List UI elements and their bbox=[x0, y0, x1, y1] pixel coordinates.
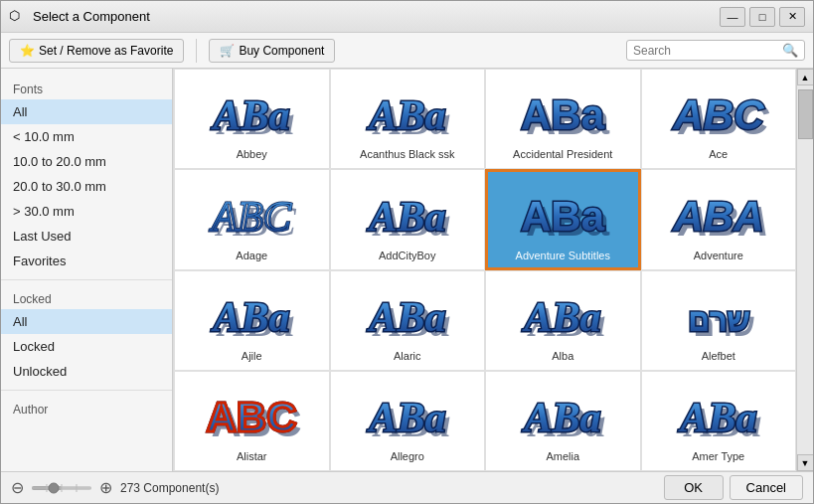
font-cell[interactable]: ABaABaABaAjile bbox=[174, 270, 330, 371]
window-icon: ⬡ bbox=[9, 8, 27, 26]
font-preview: ABCABCABC bbox=[187, 382, 316, 446]
font-preview: ABaABaABa bbox=[498, 181, 627, 246]
cart-icon: 🛒 bbox=[220, 44, 235, 58]
font-cell[interactable]: ABaABaABaAdventure Subtitles bbox=[485, 169, 641, 270]
font-preview-svg: ABaABaABa bbox=[498, 80, 627, 144]
font-preview-svg: ABaABaABa bbox=[343, 80, 472, 144]
font-name-label: Adventure bbox=[694, 250, 743, 261]
font-preview: ABaABaABa bbox=[343, 382, 472, 446]
font-preview: ABaABaABa bbox=[654, 382, 783, 446]
svg-text:ABa: ABa bbox=[366, 395, 445, 440]
ok-button[interactable]: OK bbox=[664, 475, 724, 500]
font-cell[interactable]: ABaABaABaAllegro bbox=[330, 371, 486, 471]
scroll-track[interactable] bbox=[797, 85, 814, 454]
sidebar-item-lastused[interactable]: Last Used bbox=[1, 224, 172, 249]
zoom-plus-icon[interactable]: ⊕ bbox=[99, 478, 112, 497]
font-name-label: Accidental President bbox=[513, 148, 612, 160]
font-name-label: Amelia bbox=[546, 450, 579, 462]
scroll-thumb[interactable] bbox=[798, 89, 813, 139]
sidebar-item-20to30[interactable]: 20.0 to 30.0 mm bbox=[1, 174, 172, 199]
font-name-label: Amer Type bbox=[692, 450, 744, 462]
font-cell[interactable]: ABaABaABaAddCityBoy bbox=[330, 169, 486, 270]
font-cell[interactable]: ABaABaABaAlaric bbox=[330, 270, 486, 371]
font-preview-svg: ABaABaABa bbox=[187, 281, 316, 346]
svg-text:ABa: ABa bbox=[366, 294, 445, 340]
font-cell[interactable]: ABaABaABaAccidental President bbox=[485, 69, 641, 169]
font-preview-svg: ABaABaABa bbox=[498, 281, 627, 346]
font-preview-svg: ABaABaABa bbox=[187, 80, 316, 144]
font-preview: ABaABaABa bbox=[187, 80, 316, 144]
font-grid: ABaABaABaAbbeyABaABaABaAcanthus Black ss… bbox=[173, 69, 796, 471]
font-cell[interactable]: ABaABaABaAmelia bbox=[485, 371, 641, 471]
svg-text:ABa: ABa bbox=[522, 294, 601, 340]
font-cell[interactable]: ABaABaABaAbbey bbox=[174, 69, 330, 169]
svg-text:ABC: ABC bbox=[672, 91, 764, 138]
maximize-button[interactable]: □ bbox=[749, 7, 775, 27]
font-preview: ABAABAABA bbox=[654, 181, 783, 246]
svg-text:ABa: ABa bbox=[521, 91, 605, 138]
sidebar-item-locked-all[interactable]: All bbox=[1, 309, 172, 334]
font-preview-svg: ABCABCABC bbox=[187, 382, 316, 446]
font-cell[interactable]: ABCABCABCAlistar bbox=[174, 371, 330, 471]
locked-section-title: Locked bbox=[1, 286, 172, 309]
font-preview: ABaABaABa bbox=[343, 181, 472, 246]
font-cell[interactable]: ABaABaABaAlba bbox=[485, 270, 641, 371]
sidebar-item-10to20[interactable]: 10.0 to 20.0 mm bbox=[1, 149, 172, 174]
font-cell[interactable]: ABaABaABaAcanthus Black ssk bbox=[330, 69, 486, 169]
scroll-up-arrow[interactable]: ▲ bbox=[797, 69, 814, 85]
search-box[interactable]: 🔍 bbox=[626, 40, 805, 61]
sidebar-item-favorites[interactable]: Favorites bbox=[1, 249, 172, 273]
main-content: Fonts All < 10.0 mm 10.0 to 20.0 mm 20.0… bbox=[1, 69, 813, 471]
font-preview-svg: ABaABaABa bbox=[343, 382, 472, 446]
font-name-label: Adage bbox=[236, 250, 267, 261]
svg-text:ABA: ABA bbox=[672, 193, 763, 240]
favorite-button[interactable]: ⭐ Set / Remove as Favorite bbox=[9, 39, 184, 63]
sidebar-item-gt30[interactable]: > 30.0 mm bbox=[1, 199, 172, 224]
toolbar: ⭐ Set / Remove as Favorite 🛒 Buy Compone… bbox=[1, 33, 813, 69]
star-icon: ⭐ bbox=[20, 44, 35, 58]
svg-text:ABa: ABa bbox=[366, 194, 445, 240]
font-preview-svg: שרםשרםשרם bbox=[654, 281, 783, 346]
cancel-button[interactable]: Cancel bbox=[730, 475, 803, 500]
buy-button[interactable]: 🛒 Buy Component bbox=[209, 39, 335, 63]
font-preview: ABaABaABa bbox=[498, 382, 627, 446]
font-preview: ABaABaABa bbox=[498, 281, 627, 346]
close-button[interactable]: ✕ bbox=[779, 7, 805, 27]
font-preview-svg: ABCABCABC bbox=[187, 181, 316, 246]
font-cell[interactable]: ABCABCABCAdage bbox=[174, 169, 330, 270]
font-name-label: Alefbet bbox=[702, 350, 735, 362]
font-cell[interactable]: ABCABCABCAce bbox=[641, 69, 797, 169]
svg-text:ABa: ABa bbox=[521, 193, 605, 240]
sidebar-item-locked[interactable]: Locked bbox=[1, 334, 172, 359]
minimize-button[interactable]: — bbox=[720, 7, 745, 27]
component-count: 273 Component(s) bbox=[120, 481, 656, 495]
scroll-down-arrow[interactable]: ▼ bbox=[797, 454, 814, 471]
font-cell[interactable]: שרםשרםשרםAlefbet bbox=[641, 270, 797, 371]
svg-text:ABa: ABa bbox=[211, 294, 290, 340]
sidebar: Fonts All < 10.0 mm 10.0 to 20.0 mm 20.0… bbox=[1, 69, 173, 471]
font-preview: ABaABaABa bbox=[187, 281, 316, 346]
sidebar-item-all[interactable]: All bbox=[1, 99, 172, 124]
font-preview-svg: ABaABaABa bbox=[343, 181, 472, 246]
font-name-label: Ace bbox=[709, 148, 728, 160]
font-name-label: Abbey bbox=[237, 148, 267, 160]
fonts-section-title: Fonts bbox=[1, 77, 172, 99]
zoom-slider[interactable] bbox=[32, 480, 91, 496]
font-preview-svg: ABaABaABa bbox=[343, 281, 472, 346]
font-preview: ABCABCABC bbox=[187, 181, 316, 246]
font-cell[interactable]: ABAABAABAAdventure bbox=[641, 169, 797, 270]
title-bar-controls: — □ ✕ bbox=[720, 7, 805, 27]
sidebar-item-lt10[interactable]: < 10.0 mm bbox=[1, 124, 172, 149]
zoom-minus-icon[interactable]: ⊖ bbox=[11, 478, 24, 497]
svg-text:ABa: ABa bbox=[366, 92, 445, 138]
font-preview: שרםשרםשרם bbox=[654, 281, 783, 346]
search-input[interactable] bbox=[633, 44, 782, 58]
svg-text:ABC: ABC bbox=[210, 194, 292, 240]
sidebar-divider-2 bbox=[1, 390, 172, 391]
sidebar-item-unlocked[interactable]: Unlocked bbox=[1, 359, 172, 384]
font-cell[interactable]: ABaABaABaAmer Type bbox=[641, 371, 797, 471]
author-section-title: Author bbox=[1, 397, 172, 420]
status-bar: ⊖ ⊕ 273 Component(s) OK Cancel bbox=[1, 471, 813, 503]
svg-point-54 bbox=[49, 483, 59, 493]
font-name-label: Alaric bbox=[394, 350, 421, 362]
